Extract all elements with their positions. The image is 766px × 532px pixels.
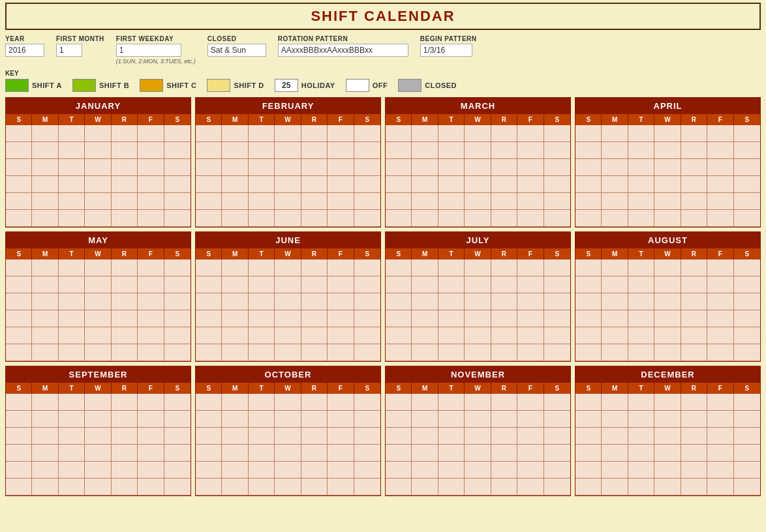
calendar-cell[interactable]	[196, 327, 222, 344]
calendar-cell[interactable]	[517, 176, 544, 193]
calendar-cell[interactable]	[465, 394, 491, 411]
calendar-cell[interactable]	[112, 193, 138, 210]
calendar-cell[interactable]	[275, 428, 301, 445]
calendar-cell[interactable]	[249, 394, 275, 411]
calendar-cell[interactable]	[249, 276, 275, 293]
calendar-cell[interactable]	[196, 259, 222, 276]
calendar-cell[interactable]	[465, 293, 491, 310]
calendar-cell[interactable]	[164, 310, 191, 327]
calendar-cell[interactable]	[6, 276, 32, 293]
calendar-cell[interactable]	[6, 193, 32, 210]
calendar-cell[interactable]	[491, 445, 517, 462]
calendar-cell[interactable]	[328, 344, 354, 361]
calendar-cell[interactable]	[544, 310, 570, 327]
calendar-cell[interactable]	[681, 193, 707, 210]
calendar-cell[interactable]	[575, 411, 602, 428]
calendar-cell[interactable]	[544, 344, 570, 361]
calendar-cell[interactable]	[112, 310, 138, 327]
calendar-cell[interactable]	[196, 176, 222, 193]
calendar-cell[interactable]	[734, 327, 760, 344]
calendar-cell[interactable]	[328, 327, 354, 344]
calendar-cell[interactable]	[328, 125, 354, 142]
calendar-cell[interactable]	[59, 327, 85, 344]
calendar-cell[interactable]	[301, 479, 328, 495]
calendar-cell[interactable]	[465, 428, 491, 445]
calendar-cell[interactable]	[517, 411, 544, 428]
calendar-cell[interactable]	[59, 479, 85, 495]
calendar-cell[interactable]	[412, 125, 438, 142]
calendar-cell[interactable]	[491, 462, 517, 479]
calendar-cell[interactable]	[112, 462, 138, 479]
calendar-cell[interactable]	[328, 411, 354, 428]
calendar-cell[interactable]	[164, 428, 191, 445]
calendar-cell[interactable]	[328, 259, 354, 276]
calendar-cell[interactable]	[575, 462, 602, 479]
calendar-cell[interactable]	[112, 259, 138, 276]
calendar-cell[interactable]	[602, 193, 628, 210]
calendar-cell[interactable]	[517, 310, 544, 327]
calendar-cell[interactable]	[734, 479, 760, 495]
calendar-cell[interactable]	[602, 310, 628, 327]
calendar-cell[interactable]	[138, 276, 164, 293]
calendar-cell[interactable]	[354, 210, 380, 227]
calendar-cell[interactable]	[465, 310, 491, 327]
calendar-cell[interactable]	[328, 176, 354, 193]
calendar-cell[interactable]	[681, 293, 707, 310]
calendar-cell[interactable]	[386, 142, 412, 159]
calendar-cell[interactable]	[544, 479, 570, 495]
calendar-cell[interactable]	[654, 411, 681, 428]
calendar-cell[interactable]	[681, 276, 707, 293]
calendar-cell[interactable]	[222, 259, 248, 276]
calendar-cell[interactable]	[32, 428, 58, 445]
calendar-cell[interactable]	[354, 159, 380, 176]
calendar-cell[interactable]	[85, 394, 111, 411]
calendar-cell[interactable]	[465, 193, 491, 210]
calendar-cell[interactable]	[85, 310, 111, 327]
calendar-cell[interactable]	[734, 394, 760, 411]
calendar-cell[interactable]	[164, 142, 191, 159]
calendar-cell[interactable]	[386, 445, 412, 462]
calendar-cell[interactable]	[164, 276, 191, 293]
calendar-cell[interactable]	[196, 394, 222, 411]
calendar-cell[interactable]	[654, 394, 681, 411]
calendar-cell[interactable]	[681, 344, 707, 361]
calendar-cell[interactable]	[32, 310, 58, 327]
calendar-cell[interactable]	[628, 293, 654, 310]
calendar-cell[interactable]	[301, 193, 328, 210]
calendar-cell[interactable]	[164, 479, 191, 495]
calendar-cell[interactable]	[628, 193, 654, 210]
calendar-cell[interactable]	[59, 125, 85, 142]
calendar-cell[interactable]	[517, 210, 544, 227]
calendar-cell[interactable]	[412, 428, 438, 445]
calendar-cell[interactable]	[249, 159, 275, 176]
calendar-cell[interactable]	[164, 159, 191, 176]
calendar-cell[interactable]	[438, 142, 465, 159]
calendar-cell[interactable]	[164, 259, 191, 276]
calendar-cell[interactable]	[328, 210, 354, 227]
calendar-cell[interactable]	[575, 142, 602, 159]
calendar-cell[interactable]	[249, 193, 275, 210]
calendar-cell[interactable]	[328, 142, 354, 159]
calendar-cell[interactable]	[491, 344, 517, 361]
calendar-cell[interactable]	[112, 176, 138, 193]
calendar-cell[interactable]	[6, 394, 32, 411]
calendar-cell[interactable]	[412, 193, 438, 210]
calendar-cell[interactable]	[544, 411, 570, 428]
calendar-cell[interactable]	[412, 159, 438, 176]
calendar-cell[interactable]	[517, 193, 544, 210]
calendar-cell[interactable]	[275, 276, 301, 293]
calendar-cell[interactable]	[517, 159, 544, 176]
calendar-cell[interactable]	[654, 479, 681, 495]
calendar-cell[interactable]	[196, 142, 222, 159]
calendar-cell[interactable]	[301, 125, 328, 142]
calendar-cell[interactable]	[164, 210, 191, 227]
calendar-cell[interactable]	[275, 445, 301, 462]
calendar-cell[interactable]	[575, 293, 602, 310]
year-input[interactable]	[5, 44, 44, 57]
calendar-cell[interactable]	[196, 276, 222, 293]
calendar-cell[interactable]	[386, 344, 412, 361]
calendar-cell[interactable]	[164, 344, 191, 361]
calendar-cell[interactable]	[354, 445, 380, 462]
calendar-cell[interactable]	[301, 159, 328, 176]
calendar-cell[interactable]	[249, 428, 275, 445]
